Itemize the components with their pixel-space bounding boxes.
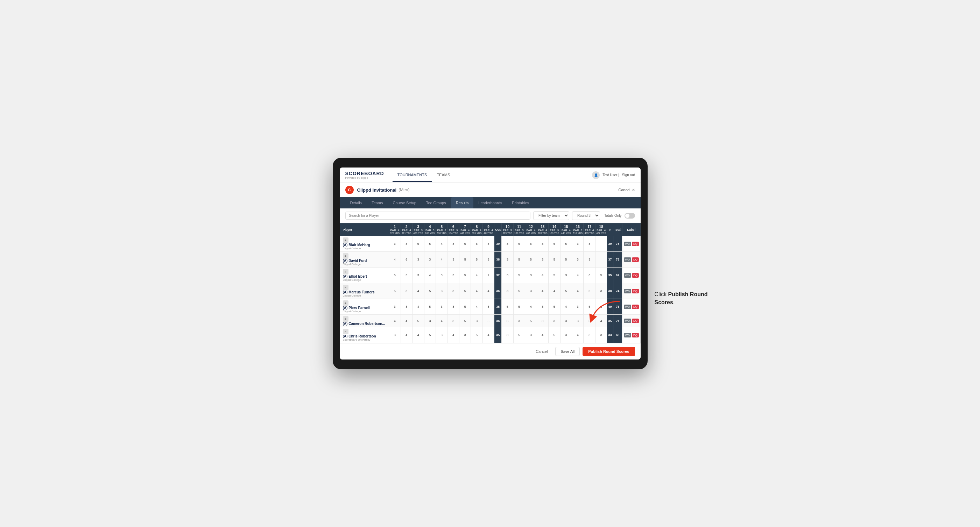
hole-3-score[interactable]: 4 [412,283,424,299]
hole-7-score[interactable]: 5 [459,268,471,283]
hole-8-score[interactable]: 4 [471,268,482,283]
hole-16-score[interactable]: 4 [572,268,583,283]
tournament-cancel-btn[interactable]: Cancel ✕ [618,188,635,192]
round-select[interactable]: Round 3 [572,211,600,220]
hole-11-score[interactable]: 5 [513,268,525,283]
hole-11-score[interactable]: 5 [513,283,525,299]
tab-tee-groups[interactable]: Tee Groups [421,197,451,208]
tab-course-setup[interactable]: Course Setup [388,197,421,208]
hole-6-score[interactable]: 3 [447,299,459,315]
hole-9-score[interactable]: 3 [482,299,494,315]
hole-4-score[interactable]: 5 [424,327,436,343]
hole-3-score[interactable]: 5 [412,236,424,252]
wd-button[interactable]: WD [624,289,631,294]
hole-6-score[interactable]: 3 [447,283,459,299]
hole-3-score[interactable]: 3 [412,268,424,283]
tab-leaderboards[interactable]: Leaderboards [473,197,507,208]
tab-details[interactable]: Details [345,197,367,208]
hole-5-score[interactable]: 3 [436,283,447,299]
hole-13-score[interactable]: 4 [537,327,548,343]
hole-5-score[interactable]: 3 [436,327,447,343]
hole-4-score[interactable]: 4 [424,268,436,283]
hole-11-score[interactable]: 5 [513,327,525,343]
hole-14-score[interactable]: 5 [549,252,560,268]
hole-16-score[interactable]: 3 [572,315,583,327]
hole-18-score[interactable]: 3 [595,283,607,299]
hole-17-score[interactable]: 6 [584,268,595,283]
hole-14-score[interactable]: 3 [549,315,560,327]
hole-4-score[interactable]: 5 [424,236,436,252]
hole-14-score[interactable]: 5 [549,268,560,283]
hole-11-score[interactable]: 5 [513,236,525,252]
hole-17-score[interactable]: 5 [584,283,595,299]
hole-4-score[interactable]: 3 [424,252,436,268]
hole-15-score[interactable]: 3 [560,268,572,283]
wd-button[interactable]: WD [624,333,631,338]
hole-17-score[interactable]: 3 [584,327,595,343]
hole-15-score[interactable]: 3 [560,315,572,327]
hole-3-score[interactable]: 3 [412,252,424,268]
hole-1-score[interactable]: 5 [389,268,401,283]
hole-7-score[interactable]: 5 [459,252,471,268]
hole-18-score[interactable]: 5 [595,268,607,283]
tab-printables[interactable]: Printables [507,197,534,208]
hole-7-score[interactable]: 3 [459,327,471,343]
hole-6-score[interactable]: 3 [447,236,459,252]
hole-16-score[interactable]: 4 [572,327,583,343]
hole-3-score[interactable]: 4 [412,327,424,343]
cancel-button[interactable]: Cancel [531,347,552,356]
hole-5-score[interactable]: 4 [436,252,447,268]
hole-9-score[interactable]: 2 [482,268,494,283]
hole-1-score[interactable]: 4 [389,315,401,327]
hole-1-score[interactable]: 3 [389,327,401,343]
nav-teams[interactable]: TEAMS [432,168,455,182]
filter-by-team-select[interactable]: Filter by team [533,211,569,220]
hole-7-score[interactable]: 5 [459,283,471,299]
nav-tournaments[interactable]: TOURNAMENTS [393,168,432,182]
hole-8-score[interactable]: 3 [471,315,482,327]
hole-7-score[interactable]: 5 [459,236,471,252]
hole-10-score[interactable]: 3 [502,327,513,343]
hole-2-score[interactable]: 4 [401,315,412,327]
hole-5-score[interactable]: 4 [436,236,447,252]
wd-button[interactable]: WD [624,257,631,262]
hole-14-score[interactable]: 4 [549,283,560,299]
hole-2-score[interactable]: 4 [401,327,412,343]
dq-button[interactable]: DQ [632,257,639,262]
hole-4-score[interactable]: 5 [424,299,436,315]
hole-18-score[interactable] [595,236,607,252]
hole-9-score[interactable]: 3 [482,252,494,268]
hole-2-score[interactable]: 3 [401,236,412,252]
sign-out-link[interactable]: Sign out [622,173,635,177]
search-input[interactable] [345,211,531,220]
hole-9-score[interactable]: 4 [482,283,494,299]
hole-15-score[interactable]: 5 [560,236,572,252]
hole-18-score[interactable]: 3 [595,327,607,343]
hole-3-score[interactable]: 4 [412,299,424,315]
hole-4-score[interactable]: 5 [424,283,436,299]
hole-12-score[interactable]: 3 [525,283,537,299]
hole-10-score[interactable]: 3 [502,283,513,299]
hole-6-score[interactable]: 3 [447,268,459,283]
hole-4-score[interactable]: 3 [424,315,436,327]
hole-12-score[interactable]: 3 [525,268,537,283]
hole-12-score[interactable]: 6 [525,236,537,252]
hole-8-score[interactable]: 5 [471,327,482,343]
hole-16-score[interactable]: 3 [572,252,583,268]
wd-button[interactable]: WD [624,273,631,278]
hole-6-score[interactable]: 3 [447,252,459,268]
hole-2-score[interactable]: 3 [401,299,412,315]
hole-10-score[interactable]: 3 [502,236,513,252]
hole-11-score[interactable]: 3 [513,315,525,327]
hole-15-score[interactable]: 4 [560,299,572,315]
hole-11-score[interactable]: 5 [513,299,525,315]
hole-2-score[interactable]: 6 [401,252,412,268]
dq-button[interactable]: DQ [632,319,639,323]
hole-14-score[interactable]: 5 [549,236,560,252]
tab-teams[interactable]: Teams [367,197,388,208]
hole-10-score[interactable]: 3 [502,268,513,283]
dq-button[interactable]: DQ [632,333,639,338]
hole-1-score[interactable]: 3 [389,236,401,252]
hole-2-score[interactable]: 3 [401,268,412,283]
hole-10-score[interactable]: 3 [502,252,513,268]
